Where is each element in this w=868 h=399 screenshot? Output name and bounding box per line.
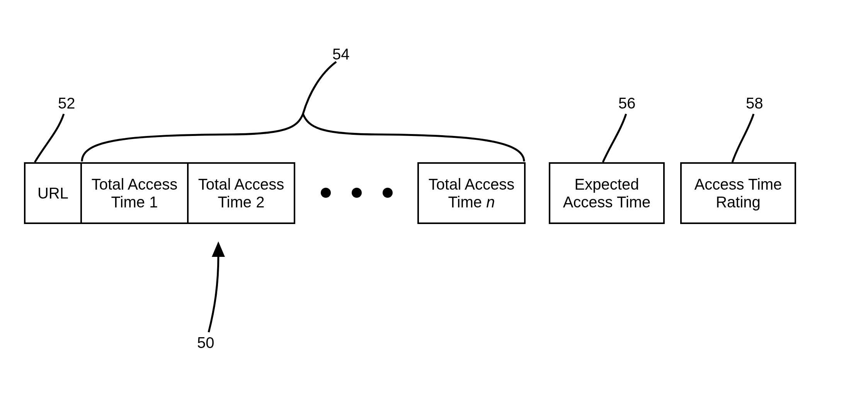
- svg-marker-0: [212, 241, 225, 257]
- box-total-access-time-2: Total Access Time 2: [187, 162, 295, 224]
- ellipsis-dot: [383, 188, 393, 198]
- callout-label-50: 50: [197, 334, 214, 351]
- callout-label-54: 54: [332, 46, 350, 63]
- callout-label-58: 58: [746, 95, 763, 112]
- box-expected-access-time: Expected Access Time: [549, 162, 665, 224]
- box-total-access-time-n: Total Access Time n: [417, 162, 526, 224]
- box-url: URL: [24, 162, 82, 224]
- callout-label-56: 56: [618, 95, 636, 112]
- tatn-prefix: Total Access Time: [429, 176, 514, 211]
- callout-label-52: 52: [58, 95, 75, 112]
- tatn-suffix: n: [486, 194, 495, 211]
- box-access-time-rating: Access Time Rating: [680, 162, 796, 224]
- ellipsis-dot: [321, 188, 331, 198]
- ellipsis-dot: [352, 188, 362, 198]
- box-total-access-time-1: Total Access Time 1: [80, 162, 189, 224]
- diagram-canvas: URL Total Access Time 1 Total Access Tim…: [0, 0, 868, 399]
